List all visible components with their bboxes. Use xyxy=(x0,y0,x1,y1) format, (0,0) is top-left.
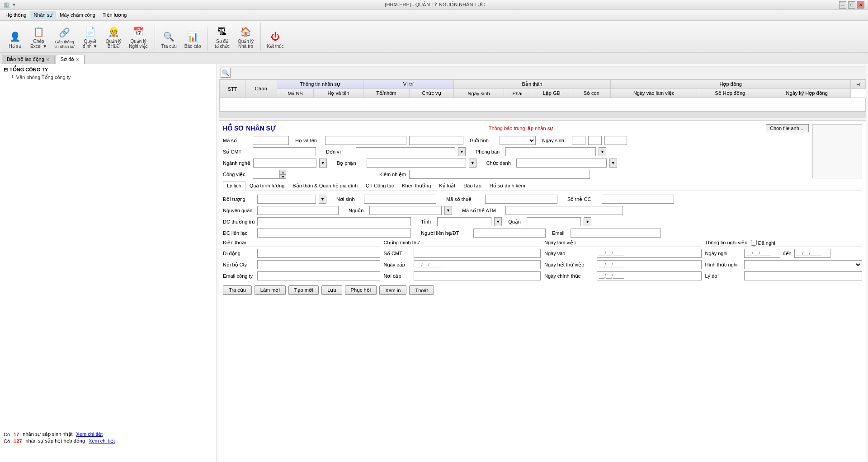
inner-tab-qua-trinh-luong[interactable]: Quá trình lương xyxy=(245,181,289,191)
dropdown-don-vi[interactable]: ▼ xyxy=(458,147,466,156)
input-email[interactable] xyxy=(571,229,661,238)
input-cong-viec[interactable] xyxy=(253,170,280,179)
input-tinh[interactable] xyxy=(437,217,491,226)
btn-tao-moi[interactable]: Tạo mới xyxy=(288,285,319,295)
inner-tab-dao-tao[interactable]: Đào tạo xyxy=(459,181,485,191)
inner-tab-ly-lich[interactable]: Lý lịch xyxy=(223,181,245,191)
tree-root-item[interactable]: ⊟ TỔNG CÔNG TY xyxy=(2,66,215,74)
input-noi-cap[interactable] xyxy=(414,271,541,280)
input-ngay-cap[interactable] xyxy=(414,260,541,269)
input-email-cty[interactable] xyxy=(257,271,380,280)
input-ngay-sinh-dd[interactable] xyxy=(572,136,585,145)
input-dc-thuong-tru[interactable] xyxy=(257,217,411,226)
input-noi-bo[interactable] xyxy=(257,260,380,269)
btn-lam-moi[interactable]: Làm mới xyxy=(255,285,286,295)
tab-so-do-close[interactable]: ✕ xyxy=(76,57,80,62)
input-don-vi[interactable] xyxy=(356,147,455,156)
input-nguon[interactable] xyxy=(369,206,442,215)
toolbar-btn-ho-so[interactable]: 👤 Hồ sơ xyxy=(4,28,26,51)
input-ngay-sinh-yyyy[interactable] xyxy=(604,136,627,145)
input-ho[interactable] xyxy=(325,136,406,145)
btn-tra-cuu[interactable]: Tra cứu xyxy=(223,285,252,295)
xem-chi-tiet-birthday[interactable]: Xem chi tiết xyxy=(76,431,103,437)
menu-item-he-thong[interactable]: Hệ thống xyxy=(2,11,30,19)
tab-bao-ho[interactable]: Bảo hộ lao động ✕ xyxy=(2,55,55,64)
menu-item-may-cham-cong[interactable]: Máy chấm công xyxy=(56,11,99,19)
da-nghi-checkbox-label[interactable]: Đã nghi xyxy=(751,240,775,246)
input-so-cmt[interactable] xyxy=(253,147,316,156)
input-ngay-vao[interactable] xyxy=(597,249,702,258)
inner-tab-ban-than[interactable]: Bản thân & Quan hệ gia đình xyxy=(288,181,362,191)
inner-tab-khen-thuong[interactable]: Khen thưởng xyxy=(398,181,435,191)
input-ngay-chinh-thuc[interactable] xyxy=(597,271,702,280)
toolbar-btn-tra-cuu[interactable]: 🔍 Tra cứu xyxy=(158,28,180,51)
tab-so-do[interactable]: Sơ đồ ✕ xyxy=(56,55,85,64)
spinbox-up[interactable]: ▲ xyxy=(280,170,286,174)
dropdown-doi-tuong[interactable]: ▼ xyxy=(319,195,326,204)
inner-tab-ho-so-dinh-kem[interactable]: Hồ sơ đính kèm xyxy=(486,181,529,191)
xem-chi-tiet-contract[interactable]: Xem chi tiết xyxy=(89,438,115,444)
input-ngay-nghi[interactable] xyxy=(744,249,780,258)
input-so-cmt2[interactable] xyxy=(414,249,541,258)
btn-luu[interactable]: Lưu xyxy=(321,285,342,295)
choose-file-button[interactable]: Chon file anh ... xyxy=(766,124,809,132)
btn-thoat[interactable]: Thoát xyxy=(409,285,434,295)
minimize-button[interactable]: ─ xyxy=(839,1,846,9)
close-button[interactable]: ✕ xyxy=(857,1,864,9)
toolbar-btn-quan-ly-bhld[interactable]: 👷 Quản lýBHLĐ xyxy=(102,23,125,51)
table-search-button[interactable]: 🔍 xyxy=(221,68,231,78)
dropdown-nguon[interactable]: ▼ xyxy=(444,206,452,215)
da-nghi-checkbox[interactable] xyxy=(751,240,757,246)
spinbox-down[interactable]: ▼ xyxy=(280,174,286,179)
toolbar-btn-bao-cao[interactable]: 📊 Báo cáo xyxy=(181,28,204,51)
dropdown-phong-ban[interactable]: ▼ xyxy=(599,147,606,156)
input-kiem-nhiem[interactable] xyxy=(409,170,590,179)
input-ten[interactable] xyxy=(409,136,463,145)
dropdown-nganh-nghe[interactable]: ▼ xyxy=(319,159,327,168)
input-ma-so-thue[interactable] xyxy=(485,195,557,204)
input-ma-so[interactable] xyxy=(253,136,289,145)
tab-bao-ho-close[interactable]: ✕ xyxy=(46,57,50,62)
toolbar-btn-gan-thong-tin[interactable]: 🔗 Gán thôngtin nhân sự xyxy=(51,23,78,51)
input-phong-ban[interactable] xyxy=(505,147,596,156)
input-ngay-nghi-den[interactable] xyxy=(794,249,830,258)
input-doi-tuong[interactable] xyxy=(257,195,316,204)
horizontal-scrollbar[interactable] xyxy=(219,112,866,118)
inner-tab-qt-cong-tac[interactable]: QT Công tác xyxy=(362,181,398,191)
select-gioi-tinh[interactable]: Nam Nữ xyxy=(500,136,536,145)
input-noi-sinh[interactable] xyxy=(364,195,436,204)
input-di-dong[interactable] xyxy=(257,249,380,258)
maximize-button[interactable]: □ xyxy=(848,1,855,9)
contract-info-row: Có 127 nhân sự sắp hết hợp đồng Xem chi … xyxy=(4,438,213,444)
input-quan[interactable] xyxy=(527,217,581,226)
dropdown-chuc-danh[interactable]: ▼ xyxy=(609,159,617,168)
btn-phuc-hoi[interactable]: Phục hồi xyxy=(345,285,377,295)
input-ngay-sinh-mm[interactable] xyxy=(588,136,602,145)
table-scroll-area[interactable]: STT Chọn Thông tin nhân sự Vị trí Bản th… xyxy=(219,79,866,112)
input-chuc-danh[interactable] xyxy=(516,159,607,168)
dropdown-bo-phan[interactable]: ▼ xyxy=(469,159,476,168)
select-hinh-thuc-nghi[interactable] xyxy=(744,260,863,269)
input-so-the-cc[interactable] xyxy=(602,195,674,204)
menu-item-tien-luong[interactable]: Tiền lương xyxy=(99,11,131,19)
input-ngay-het-thu-viec[interactable] xyxy=(597,260,702,269)
tree-child-item-van-phong[interactable]: └ Văn phòng Tổng công ty xyxy=(2,74,215,81)
input-dc-lien-lac[interactable] xyxy=(257,229,411,238)
input-nganh-nghe[interactable] xyxy=(253,159,316,168)
input-ma-so-atm[interactable] xyxy=(505,206,623,215)
toolbar-btn-quyet-dinh[interactable]: 📄 Quyếtđịnh ▼ xyxy=(79,23,101,51)
toolbar-btn-quan-ly-nha-tro[interactable]: 🏠 Quản lýNhà tro xyxy=(234,23,257,51)
menu-item-nhan-su[interactable]: Nhân sự xyxy=(30,11,56,19)
dropdown-tinh[interactable]: ▼ xyxy=(494,217,502,226)
toolbar-btn-so-do-to-chuc[interactable]: 🏗 Sơ đồtổ chức xyxy=(211,23,233,51)
toolbar-btn-ket-thuc[interactable]: ⏻ Kết thúc xyxy=(264,28,287,51)
input-nguyen-quan[interactable] xyxy=(257,206,339,215)
dropdown-quan[interactable]: ▼ xyxy=(584,217,591,226)
input-ly-do[interactable] xyxy=(744,271,863,280)
toolbar-btn-chep-excel[interactable]: 📋 ChépExcel ▼ xyxy=(27,23,50,51)
toolbar-btn-quan-ly-nghi[interactable]: 📅 Quản lýNghi việc xyxy=(126,23,151,51)
input-nguoi-lien-he[interactable] xyxy=(473,229,546,238)
input-bo-phan[interactable] xyxy=(367,159,466,168)
btn-xem-in[interactable]: Xem in xyxy=(379,285,406,295)
inner-tab-ky-luat[interactable]: Kỷ luật xyxy=(435,181,459,191)
